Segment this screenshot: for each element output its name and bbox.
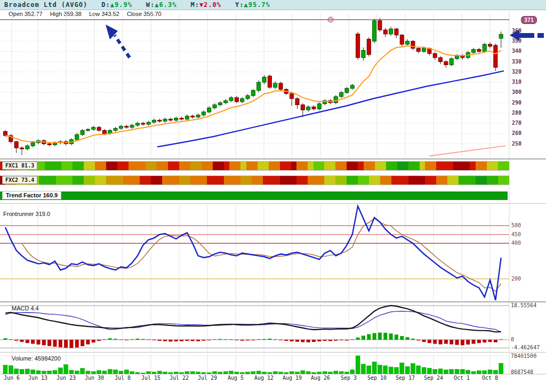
- heatmap-segment: [263, 176, 279, 185]
- price-tick-label: 360: [512, 28, 521, 34]
- candle-body: [295, 99, 299, 105]
- volume-bar: [422, 367, 426, 374]
- macd-histogram-bar: [125, 340, 129, 340]
- macd-histogram-bar: [466, 340, 470, 345]
- macd-histogram-bar: [251, 340, 255, 340]
- macd-tick-label: 0: [511, 337, 514, 342]
- volume-bar: [14, 369, 19, 374]
- heatmap-segment: [408, 176, 425, 185]
- heatmap-segment: [324, 176, 335, 185]
- heatmap-segment: [146, 162, 157, 170]
- volume-bar: [367, 366, 371, 374]
- macd-histogram-bar: [207, 340, 211, 340]
- macd-histogram-bar: [240, 340, 244, 341]
- candle-body: [75, 134, 79, 140]
- macd-histogram-bar: [383, 333, 387, 340]
- macd-histogram-bar: [224, 339, 228, 340]
- candle-body: [411, 41, 415, 48]
- heatmap-segment: [84, 162, 95, 170]
- candle-body: [202, 112, 205, 115]
- macd-histogram-bar: [97, 340, 101, 341]
- macd-histogram-bar: [141, 339, 145, 340]
- candle-body: [26, 146, 29, 149]
- price-tick-label: 350: [512, 38, 521, 44]
- heatmap-segment: [56, 176, 73, 185]
- volume-bar: [372, 362, 376, 374]
- macd-histogram-bar: [47, 340, 51, 346]
- fxc2-label: FXC2 73.4: [2, 176, 37, 184]
- separator: [0, 301, 546, 302]
- candle-body: [395, 29, 398, 35]
- heatmap-segment: [308, 162, 313, 170]
- date-tick-label: Sep 10: [364, 375, 390, 381]
- candle-body: [488, 44, 492, 46]
- date-tick-label: Jul 15: [138, 375, 164, 381]
- heatmap-segment: [45, 162, 61, 170]
- heatmap-segment: [106, 176, 123, 185]
- macd-histogram-bar: [257, 339, 261, 340]
- volume-tick-label: 78401500: [511, 353, 536, 359]
- candle-body: [119, 126, 123, 129]
- candle-body: [439, 58, 443, 62]
- macd-histogram-bar: [284, 340, 288, 341]
- candle-body: [483, 44, 486, 51]
- fxc1-heatmap: [0, 161, 509, 171]
- volume-bar: [427, 368, 431, 374]
- volume-bar: [499, 363, 503, 374]
- candle-body: [334, 97, 338, 103]
- macd-histogram-bar: [301, 340, 304, 342]
- frontrunner-label: Frontrunner 319.0: [3, 211, 50, 217]
- volume-bar: [356, 356, 360, 374]
- price-tick-label: 300: [512, 89, 521, 95]
- volume-bar: [449, 369, 454, 374]
- heatmap-segment: [291, 162, 296, 170]
- candle-body: [125, 126, 129, 127]
- candle-body: [383, 30, 387, 34]
- heatmap-segment: [498, 162, 509, 170]
- heatmap-segment: [179, 176, 190, 185]
- volume-bar: [444, 370, 448, 374]
- volume-bar: [433, 369, 437, 374]
- candle-body: [147, 122, 150, 124]
- macd-histogram-bar: [428, 340, 431, 343]
- heatmap-segment: [240, 162, 246, 170]
- price-tick-label: 280: [512, 110, 521, 116]
- volume-bar: [9, 365, 13, 374]
- heatmap-segment: [129, 162, 145, 170]
- heatmap-segment: [308, 176, 324, 185]
- volume-bar: [411, 363, 415, 374]
- heatmap-segment: [207, 176, 223, 185]
- candle-body: [433, 53, 437, 58]
- macd-histogram-bar: [20, 340, 23, 342]
- heatmap-segment: [95, 162, 106, 170]
- heatmap-segment: [73, 162, 84, 170]
- heatmap-segment: [73, 176, 84, 185]
- candle-body: [20, 148, 23, 149]
- heatmap-segment: [347, 176, 358, 185]
- candle-body: [152, 120, 156, 122]
- volume-bar: [3, 365, 7, 374]
- macd-histogram-bar: [262, 339, 266, 340]
- macd-histogram-bar: [92, 340, 95, 342]
- macd-histogram-bar: [235, 340, 238, 340]
- heatmap-segment: [476, 162, 487, 170]
- volume-bar: [493, 370, 497, 374]
- date-tick-label: Jun 13: [25, 375, 51, 381]
- heatmap-segment: [95, 176, 106, 185]
- heatmap-segment: [162, 176, 179, 185]
- date-tick-label: Aug 5: [222, 375, 249, 381]
- candle-body: [350, 85, 354, 89]
- frontrunner-slow-line: [22, 218, 501, 291]
- macd-histogram-bar: [449, 340, 453, 345]
- date-tick-label: Jul 8: [109, 375, 136, 381]
- volume-bar: [25, 369, 29, 374]
- volume-bar: [64, 365, 68, 374]
- candle-body: [229, 98, 233, 101]
- heatmap-segment: [397, 162, 408, 170]
- macd-histogram-bar: [494, 340, 497, 342]
- macd-histogram-bar: [114, 339, 117, 340]
- macd-histogram-bar: [246, 340, 250, 340]
- candle-body: [81, 131, 84, 135]
- heatmap-segment: [296, 162, 308, 170]
- candle-body: [213, 105, 216, 108]
